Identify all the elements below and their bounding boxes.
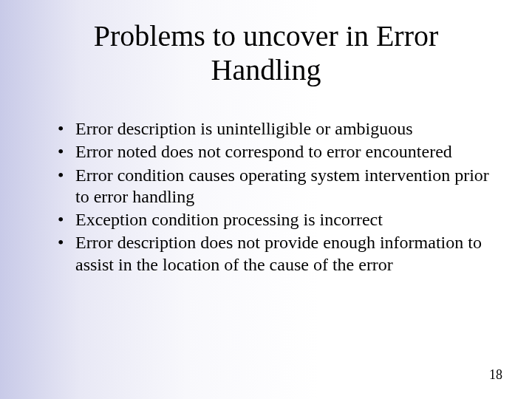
list-item: Error description is unintelligible or a…: [58, 118, 495, 140]
slide-title: Problems to uncover in Error Handling: [37, 19, 495, 87]
list-item: Error description does not provide enoug…: [58, 232, 495, 276]
slide: Problems to uncover in Error Handling Er…: [0, 0, 532, 399]
list-item: Exception condition processing is incorr…: [58, 209, 495, 231]
list-item: Error condition causes operating system …: [58, 165, 495, 208]
page-number: 18: [489, 367, 502, 383]
list-item: Error noted does not correspond to error…: [58, 141, 495, 163]
bullet-list: Error description is unintelligible or a…: [37, 118, 495, 276]
